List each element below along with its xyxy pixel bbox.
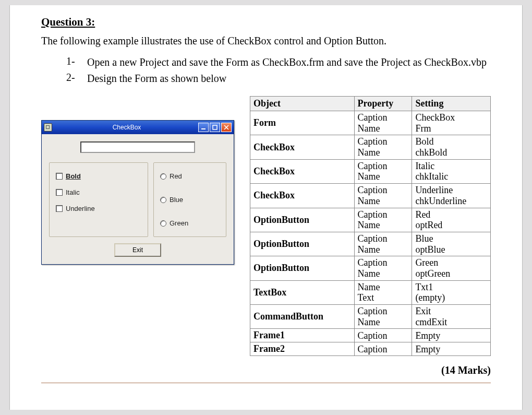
cell-object: CheckBox: [250, 184, 355, 208]
close-icon: [224, 125, 229, 130]
cell-setting: CheckBoxFrm: [412, 111, 491, 135]
step-item: 2- Design the Form as shown below: [66, 72, 491, 86]
vb-form-window: CheckBox: [41, 120, 234, 265]
option-label: Red: [170, 172, 182, 180]
steps-list: 1- Open a new Project and save the Form …: [66, 55, 491, 86]
cell-property: CaptionName: [354, 305, 412, 329]
titlebar: CheckBox: [42, 121, 234, 134]
cell-object: TextBox: [250, 280, 355, 304]
table-row: CheckBoxCaptionNameBoldchkBold: [250, 135, 491, 159]
cell-setting: RedoptRed: [412, 208, 491, 232]
step-item: 1- Open a new Project and save the Form …: [66, 55, 491, 69]
cell-object: Frame2: [250, 342, 355, 356]
checkbox-icon: [56, 173, 63, 180]
close-button[interactable]: [221, 123, 232, 132]
table-row: OptionButtonCaptionNameGreenoptGreen: [250, 256, 491, 280]
cell-setting: Empty: [412, 329, 491, 342]
cell-object: Frame1: [250, 329, 355, 342]
marks-label: (14 Marks): [41, 364, 491, 376]
cell-object: OptionButton: [250, 208, 355, 232]
checkbox-icon: [56, 189, 63, 196]
cell-property: NameText: [354, 280, 412, 304]
table-row: TextBoxNameTextTxt1(empty): [250, 280, 491, 304]
step-text: Open a new Project and save the Form as …: [87, 55, 491, 69]
th-setting: Setting: [412, 97, 491, 111]
radio-icon: [160, 173, 166, 180]
cell-property: Caption: [354, 342, 412, 356]
table-row: Frame2CaptionEmpty: [250, 342, 491, 356]
text-input[interactable]: [80, 141, 195, 153]
table-row: FormCaptionNameCheckBoxFrm: [250, 111, 491, 135]
maximize-button[interactable]: [210, 123, 220, 132]
cell-property: CaptionName: [354, 232, 412, 256]
table-row: Frame1CaptionEmpty: [250, 329, 491, 342]
cell-setting: Empty: [412, 342, 491, 356]
cell-object: CheckBox: [250, 135, 355, 159]
table-row: CommandButtonCaptionNameExitcmdExit: [250, 305, 491, 329]
window-title: CheckBox: [55, 124, 198, 131]
table-row: OptionButtonCaptionNameRedoptRed: [250, 208, 491, 232]
checkbox-underline[interactable]: Underline: [56, 205, 141, 212]
cell-setting: BlueoptBlue: [412, 232, 491, 256]
frame-checkboxes: Bold Italic Underline: [49, 162, 148, 237]
cell-object: OptionButton: [250, 256, 355, 280]
cell-property: CaptionName: [354, 135, 412, 159]
minimize-icon: [201, 125, 206, 130]
table-row: OptionButtonCaptionNameBlueoptBlue: [250, 232, 491, 256]
cell-object: OptionButton: [250, 232, 355, 256]
cell-property: CaptionName: [354, 256, 412, 280]
minimize-button[interactable]: [198, 123, 209, 132]
intro-text: The following example illustrates the us…: [41, 35, 491, 47]
table-row: CheckBoxCaptionNameItalicchkItalic: [250, 159, 491, 183]
cell-object: Form: [250, 111, 355, 135]
cell-setting: BoldchkBold: [412, 135, 491, 159]
option-blue[interactable]: Blue: [160, 196, 220, 204]
step-number: 2-: [66, 72, 87, 86]
th-property: Property: [354, 97, 412, 111]
radio-icon: [160, 220, 166, 227]
properties-table: Object Property Setting FormCaptionNameC…: [250, 96, 491, 356]
table-row: CheckBoxCaptionNameUnderlinechkUnderline: [250, 184, 491, 208]
option-green[interactable]: Green: [160, 219, 220, 227]
svg-rect-1: [213, 125, 217, 129]
cell-object: CommandButton: [250, 305, 355, 329]
maximize-icon: [212, 125, 217, 130]
exit-button[interactable]: Exit: [114, 243, 161, 257]
checkbox-label: Underline: [66, 205, 95, 212]
cell-object: CheckBox: [250, 159, 355, 183]
cell-property: CaptionName: [354, 111, 412, 135]
cell-setting: GreenoptGreen: [412, 256, 491, 280]
checkbox-italic[interactable]: Italic: [56, 188, 141, 196]
cell-property: CaptionName: [354, 159, 412, 183]
cell-setting: Txt1(empty): [412, 280, 491, 304]
question-title: Question 3:: [41, 16, 491, 29]
th-object: Object: [250, 97, 355, 111]
option-label: Blue: [170, 196, 183, 204]
cell-setting: ItalicchkItalic: [412, 159, 491, 183]
svg-rect-0: [201, 128, 205, 129]
cell-setting: ExitcmdExit: [412, 305, 491, 329]
step-number: 1-: [66, 55, 87, 69]
cell-property: CaptionName: [354, 184, 412, 208]
form-icon: [44, 123, 52, 132]
step-text: Design the Form as shown below: [87, 72, 491, 86]
cell-property: Caption: [354, 329, 412, 342]
checkbox-icon: [56, 205, 63, 212]
frame-options: Red Blue Green: [153, 162, 226, 237]
checkbox-bold[interactable]: Bold: [56, 172, 141, 180]
cell-setting: UnderlinechkUnderline: [412, 184, 491, 208]
checkbox-label: Italic: [66, 188, 80, 196]
cell-property: CaptionName: [354, 208, 412, 232]
bottom-rule: [41, 383, 491, 383]
option-red[interactable]: Red: [160, 172, 220, 180]
checkbox-label: Bold: [66, 172, 81, 180]
radio-icon: [160, 197, 166, 203]
option-label: Green: [170, 219, 188, 227]
